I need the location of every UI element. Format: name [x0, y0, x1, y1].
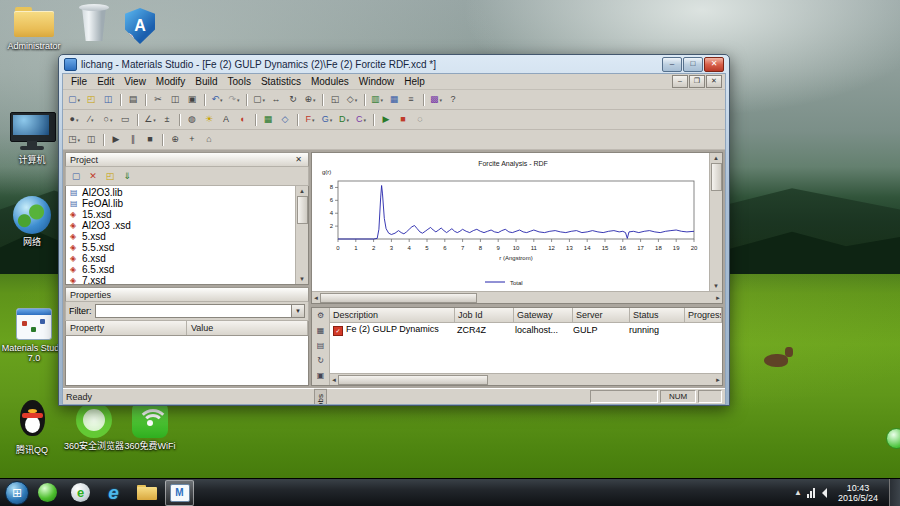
- project-delete-item-button[interactable]: ✕: [85, 168, 101, 184]
- menu-window[interactable]: Window: [354, 76, 400, 87]
- start-button[interactable]: ⊞: [5, 481, 29, 505]
- menu-help[interactable]: Help: [399, 76, 430, 87]
- project-tree-item[interactable]: ◈15.xsd: [70, 209, 295, 220]
- toolbar-undo-button[interactable]: ↶▾: [209, 92, 225, 108]
- tray-expand-icon[interactable]: ▲: [794, 488, 802, 497]
- toolbar-run-job-button[interactable]: ▶: [378, 112, 394, 128]
- chart-horizontal-scrollbar[interactable]: ◄ ►: [312, 291, 722, 303]
- toolbar-view-orientation-button[interactable]: ◇▾: [344, 92, 360, 108]
- toolbar-animation-play-button[interactable]: ▶: [108, 132, 124, 148]
- child-close-button[interactable]: ✕: [706, 75, 722, 88]
- toolbar-gulp-button[interactable]: G▾: [319, 112, 335, 128]
- toolbar-measure-button[interactable]: ∠▾: [142, 112, 158, 128]
- window-titlebar[interactable]: lichang - Materials Studio - [Fe (2) GUL…: [59, 55, 729, 73]
- toolbar-castep-button[interactable]: C▾: [353, 112, 369, 128]
- project-tree-item[interactable]: ◈7.xsd: [70, 275, 295, 284]
- jobs-job-options-button[interactable]: ▣: [314, 370, 327, 382]
- project-tree-item[interactable]: ◈6.5.xsd: [70, 264, 295, 275]
- project-import-button[interactable]: ⇓: [119, 168, 135, 184]
- toolbar-graph-pan-button[interactable]: +: [184, 132, 200, 148]
- toolbar-symmetry-button[interactable]: ◇: [277, 112, 293, 128]
- jobs-table-row[interactable]: ✓Fe (2) GULP DynamicsZCR4Zlocalhost...GU…: [330, 323, 722, 336]
- toolbar-display-style-button[interactable]: ◍: [184, 112, 200, 128]
- toolbar-job-status-button[interactable]: ◌: [412, 112, 428, 128]
- toolbar-animation-pause-button[interactable]: ∥: [125, 132, 141, 148]
- properties-panel-header[interactable]: Properties: [65, 287, 309, 302]
- toolbar-forcite-button[interactable]: F▾: [302, 112, 318, 128]
- scroll-down-icon[interactable]: ▼: [713, 281, 719, 291]
- toolbar-table-viewer-button[interactable]: ▦: [386, 92, 402, 108]
- project-tree-item[interactable]: ▤Al2O3.lib: [70, 187, 295, 198]
- taskbar-materials-studio[interactable]: M: [165, 480, 194, 506]
- toolbar-new-window-button[interactable]: ◳▾: [66, 132, 82, 148]
- menu-statistics[interactable]: Statistics: [256, 76, 306, 87]
- value-column-header[interactable]: Value: [187, 321, 308, 335]
- taskbar-internet-explorer[interactable]: e: [99, 480, 128, 506]
- project-tree-item[interactable]: ▤FeOAl.lib: [70, 198, 295, 209]
- chart-canvas[interactable]: Forcite Analysis - RDFg(r)24680123456789…: [312, 153, 709, 291]
- property-column-header[interactable]: Property: [66, 321, 187, 335]
- scrollbar-thumb[interactable]: [320, 293, 477, 303]
- project-tree-item[interactable]: ◈5.5.xsd: [70, 242, 295, 253]
- child-restore-button[interactable]: ❐: [689, 75, 705, 88]
- menu-build[interactable]: Build: [190, 76, 222, 87]
- desktop-icon-security-shield[interactable]: A: [104, 8, 176, 47]
- scroll-down-icon[interactable]: ▼: [299, 274, 305, 284]
- project-new-document-button[interactable]: ▢: [68, 168, 84, 184]
- desktop-icon-360-wifi[interactable]: 360免费WiFi: [114, 402, 186, 451]
- taskbar-file-explorer[interactable]: [132, 480, 161, 506]
- toolbar-sketch-atom-button[interactable]: ●▾: [66, 112, 82, 128]
- scrollbar-thumb[interactable]: [711, 163, 722, 191]
- toolbar-fit-view-button[interactable]: ◱: [327, 92, 343, 108]
- toolbar-save-button[interactable]: ◫: [100, 92, 116, 108]
- scroll-right-icon[interactable]: ►: [715, 377, 721, 383]
- toolbar-supercell-button[interactable]: ▦: [260, 112, 276, 128]
- toolbar-animation-stop-button[interactable]: ■: [142, 132, 158, 148]
- toolbar-sketch-bond-button[interactable]: ∕▾: [83, 112, 99, 128]
- project-panel-header[interactable]: Project ✕: [65, 152, 309, 167]
- project-scrollbar[interactable]: ▲ ▼: [295, 186, 308, 284]
- scroll-right-icon[interactable]: ►: [715, 295, 721, 301]
- show-desktop-button[interactable]: [889, 479, 900, 506]
- scrollbar-thumb[interactable]: [338, 375, 488, 385]
- toolbar-help-button[interactable]: ?: [445, 92, 461, 108]
- close-button[interactable]: ✕: [704, 57, 724, 72]
- project-new-folder-button[interactable]: ◰: [102, 168, 118, 184]
- toolbar-adjust-charge-button[interactable]: ±: [159, 112, 175, 128]
- filter-combobox[interactable]: ▼: [95, 304, 306, 318]
- toolbar-recolor-button[interactable]: ◐: [235, 112, 251, 128]
- jobs-horizontal-scrollbar[interactable]: ◄ ►: [330, 373, 722, 385]
- toolbar-lighting-button[interactable]: ☀: [201, 112, 217, 128]
- toolbar-graph-zoom-button[interactable]: ⊕: [167, 132, 183, 148]
- scrollbar-thumb[interactable]: [297, 196, 308, 224]
- toolbar-copy-button[interactable]: ◫: [167, 92, 183, 108]
- minimize-button[interactable]: –: [662, 57, 682, 72]
- project-tree-item[interactable]: ◈Al2O3 .xsd: [70, 220, 295, 231]
- toolbar-paste-button[interactable]: ▣: [184, 92, 200, 108]
- toolbar-translate-button[interactable]: ↔: [268, 92, 284, 108]
- toolbar-cut-button[interactable]: ✂: [150, 92, 166, 108]
- toolbar-new-button[interactable]: ▢▾: [66, 92, 82, 108]
- taskbar-360-browser[interactable]: [33, 480, 62, 506]
- toolbar-reset-axes-button[interactable]: ⌂: [201, 132, 217, 148]
- scroll-left-icon[interactable]: ◄: [331, 377, 337, 383]
- toolbar-sketch-ring-button[interactable]: ○▾: [100, 112, 116, 128]
- network-icon[interactable]: [807, 488, 815, 498]
- taskbar-clock[interactable]: 10:43 2016/5/24: [832, 483, 884, 503]
- taskbar-browser-e[interactable]: e: [66, 480, 95, 506]
- jobs-gateway-settings-button[interactable]: ⚙: [314, 310, 327, 322]
- jobs-column-server[interactable]: Server: [573, 308, 630, 322]
- jobs-column-description[interactable]: Description: [330, 308, 455, 322]
- chevron-down-icon[interactable]: ▼: [291, 305, 304, 317]
- menu-modify[interactable]: Modify: [151, 76, 190, 87]
- 360-float-ball[interactable]: [886, 428, 900, 449]
- toolbar-selection-mode-button[interactable]: ▢▾: [251, 92, 267, 108]
- jobs-column-status[interactable]: Status: [630, 308, 685, 322]
- toolbar-dmol3-button[interactable]: D▾: [336, 112, 352, 128]
- menu-edit[interactable]: Edit: [92, 76, 119, 87]
- toolbar-tile-windows-button[interactable]: ◫: [83, 132, 99, 148]
- toolbar-label-atoms-button[interactable]: A: [218, 112, 234, 128]
- scroll-up-icon[interactable]: ▲: [299, 186, 305, 196]
- maximize-button[interactable]: □: [683, 57, 703, 72]
- child-minimize-button[interactable]: –: [672, 75, 688, 88]
